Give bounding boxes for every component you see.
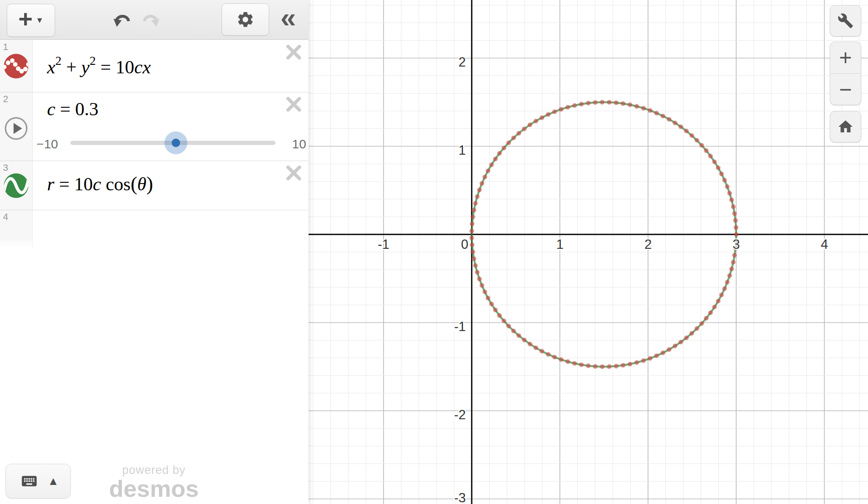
svg-text:2: 2 <box>459 55 466 70</box>
zoom-controls: + − <box>830 42 861 105</box>
svg-text:-1: -1 <box>378 237 389 252</box>
expression-latex[interactable]: x2 + y2 = 10cx <box>47 54 151 78</box>
row-number: 1 <box>3 42 8 53</box>
graph-settings-button[interactable] <box>830 5 861 36</box>
expression-latex[interactable]: r = 10c cos(θ) <box>47 172 153 195</box>
plus-icon: + <box>18 7 33 31</box>
dotted-curve-style-icon[interactable] <box>3 53 29 81</box>
keyboard-icon <box>17 472 41 490</box>
graph-paper[interactable]: -112340-3-2-112 + − <box>309 0 868 504</box>
home-icon <box>837 118 854 135</box>
expression-gutter: 3 <box>0 161 33 210</box>
expressions-toolbar: + ▼ <box>0 0 309 40</box>
powered-by-label: powered by <box>101 465 207 476</box>
svg-text:1: 1 <box>556 237 563 252</box>
svg-text:-3: -3 <box>454 490 466 504</box>
delete-expression-icon[interactable] <box>285 164 303 182</box>
wrench-icon <box>837 13 854 29</box>
svg-text:2: 2 <box>644 237 651 252</box>
zoom-out-button[interactable]: − <box>830 74 861 105</box>
svg-text:-1: -1 <box>454 319 466 334</box>
expression-content[interactable]: r = 10c cos(θ) <box>33 161 309 210</box>
svg-text:1: 1 <box>459 143 466 158</box>
slider-max-label[interactable]: 10 <box>292 137 306 151</box>
default-viewport-button[interactable] <box>830 111 861 142</box>
graph-canvas[interactable]: -112340-3-2-112 <box>309 0 868 504</box>
slider-track[interactable] <box>70 141 275 145</box>
delete-expression-icon[interactable] <box>285 95 303 113</box>
svg-text:-2: -2 <box>454 407 466 422</box>
slider-handle[interactable] <box>164 131 187 154</box>
expression-gutter: 4 <box>0 210 33 248</box>
slider-min-label[interactable]: −10 <box>36 137 58 151</box>
slider: −10 10 <box>33 131 309 154</box>
zoom-out-icon: − <box>839 78 852 100</box>
show-keyboard-button[interactable]: ▲ <box>6 464 71 498</box>
zoom-in-button[interactable]: + <box>830 42 861 73</box>
expressions-panel: + ▼ <box>0 0 309 504</box>
redo-icon[interactable] <box>138 0 164 40</box>
row-number: 2 <box>3 94 8 105</box>
row-number: 3 <box>3 162 8 173</box>
caret-up-icon: ▲ <box>47 475 59 488</box>
svg-text:0: 0 <box>461 237 468 252</box>
expression-gutter: 2 <box>0 92 33 161</box>
desmos-app: + ▼ <box>0 0 868 504</box>
desmos-wordmark: desmos <box>101 477 207 501</box>
caret-down-icon: ▼ <box>36 16 44 25</box>
expression-row-4-empty[interactable]: 4 <box>0 210 309 248</box>
solid-curve-style-icon[interactable] <box>3 173 29 200</box>
settings-button[interactable] <box>222 3 269 36</box>
expression-content[interactable]: c = 0.3 −10 10 <box>33 92 309 161</box>
delete-expression-icon[interactable] <box>285 43 303 61</box>
expression-content[interactable]: x2 + y2 = 10cx <box>33 40 309 92</box>
expressions-list: 1 <box>0 40 309 248</box>
add-expression-button[interactable]: + ▼ <box>7 4 55 37</box>
expression-gutter: 1 <box>0 40 33 92</box>
expression-row-2[interactable]: 2 c = 0.3 −10 10 <box>0 92 309 161</box>
collapse-panel-icon[interactable]: « <box>275 0 302 40</box>
expression-content[interactable] <box>33 210 309 248</box>
desmos-branding: powered by desmos <box>101 465 207 501</box>
expression-latex[interactable]: c = 0.3 <box>47 98 98 120</box>
svg-text:4: 4 <box>821 237 828 252</box>
undo-icon[interactable] <box>109 0 135 40</box>
svg-text:3: 3 <box>732 237 740 252</box>
row-number: 4 <box>3 212 8 223</box>
zoom-in-icon: + <box>839 47 852 69</box>
gear-icon <box>236 10 255 29</box>
play-slider-icon[interactable] <box>3 116 29 143</box>
expression-row-3[interactable]: 3 r = 10c cos(θ) <box>0 161 309 210</box>
expression-row-1[interactable]: 1 <box>0 40 309 92</box>
